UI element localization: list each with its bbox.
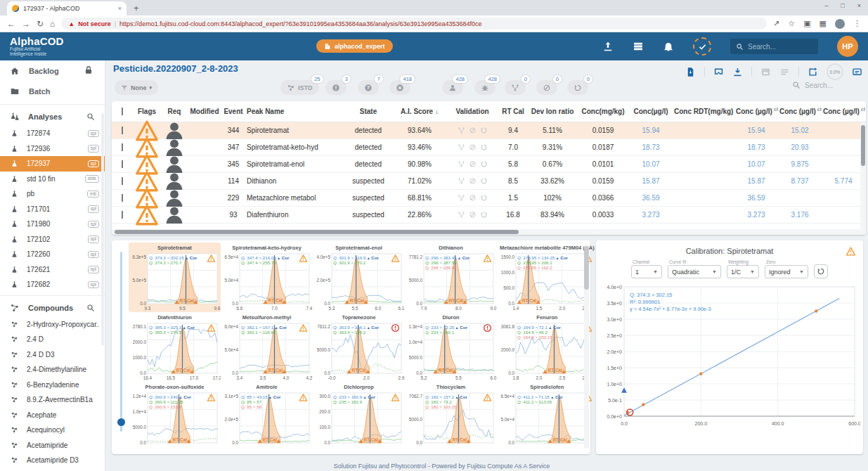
extension-icon[interactable]: ▣	[803, 19, 810, 28]
compound-item[interactable]: Acequinocyl	[0, 422, 105, 438]
window-minimize-button[interactable]: –	[824, 2, 828, 9]
reset-icon[interactable]	[480, 127, 488, 134]
global-search[interactable]	[730, 39, 818, 54]
validate-icon[interactable]	[458, 211, 465, 219]
filter-chip-istd[interactable]: ISTD25	[280, 80, 319, 95]
back-icon[interactable]: ←	[7, 19, 15, 29]
validation-check-button[interactable]	[693, 37, 711, 56]
row-checkbox[interactable]	[122, 160, 123, 168]
tab-close-icon[interactable]: ×	[118, 5, 122, 12]
sidebar-scrollbar[interactable]	[101, 113, 104, 345]
chromatogram-plot[interactable]: RT CalQ: 411.2 > 71.15 ▲ CorQ: 411.2 > 3…	[497, 391, 589, 451]
analyses-search-icon[interactable]	[86, 112, 95, 121]
analysis-item-172874[interactable]: 172874spl	[0, 126, 105, 141]
chromatogram-scrollbar[interactable]	[584, 245, 589, 449]
reset-icon[interactable]	[480, 143, 488, 151]
filter-none-dropdown[interactable]: None ▾	[115, 80, 158, 95]
analysis-item-171701[interactable]: 171701spl	[0, 202, 105, 217]
open-window-icon[interactable]	[713, 67, 724, 77]
download-icon[interactable]	[732, 67, 743, 77]
table-row[interactable]: 93Diafenthiuronsuspected22.86%16.883.94%…	[112, 207, 866, 224]
ignore-icon[interactable]	[469, 143, 477, 151]
weighting-select[interactable]: 1/C▼	[727, 265, 759, 278]
chromatogram-panel[interactable]: Spirotetramat-enolRT CalQ: 301.9 > 216.9…	[313, 243, 405, 312]
column-header-ai_score[interactable]: A.I. Score ↓	[393, 108, 446, 115]
chromatogram-panel[interactable]: SpirotetramatRT CalQ: 374.3 > 302.15 ▲ C…	[129, 243, 221, 312]
ignore-icon[interactable]	[469, 194, 477, 202]
ignore-icon[interactable]	[469, 160, 477, 168]
sidebar-item-batch[interactable]: Batch	[0, 81, 105, 101]
chromatogram-panel[interactable]: Metazachlore metabolite 479M04 (OA)RT Ca…	[497, 243, 597, 312]
curvefit-select[interactable]: Quadratic▼	[668, 265, 721, 278]
filter-chip-history[interactable]: 0	[567, 80, 588, 95]
display-layout-icon[interactable]	[852, 67, 862, 77]
table-search-input[interactable]	[805, 82, 857, 89]
validate-icon[interactable]	[458, 177, 465, 185]
chromatogram-panel[interactable]: Phorate-oxon-sulfoxideRT CalQ: 260.9 > 2…	[129, 382, 221, 451]
analysis-item-172682[interactable]: 172682spl	[0, 277, 105, 292]
table-vertical-scrollbar[interactable]	[860, 122, 866, 229]
panel-size-slider[interactable]	[120, 252, 122, 432]
slider-thumb[interactable]	[117, 418, 125, 426]
user-avatar[interactable]: HP	[837, 36, 858, 57]
window-maximize-button[interactable]: □	[841, 2, 844, 9]
reload-icon[interactable]: ↻	[37, 19, 44, 29]
upload-icon[interactable]	[602, 41, 614, 52]
compound-item[interactable]: 2-Hydroxy-Propoxycar...	[0, 317, 105, 333]
compound-item[interactable]: Acetamipride	[0, 438, 105, 453]
compound-item[interactable]: Acetamipride D3	[0, 453, 105, 468]
filter-chip-ignored[interactable]: 0	[536, 80, 557, 95]
share-icon[interactable]: ↗	[773, 19, 779, 28]
compound-item[interactable]: 8.9.Z-AvermectinB1a	[0, 392, 105, 408]
window-close-button[interactable]: ×	[857, 2, 861, 9]
compound-item[interactable]: 2.4 D D3	[0, 347, 105, 363]
add-chart-icon[interactable]	[808, 67, 818, 77]
chromatogram-panel[interactable]: DiuronRT CalQ: 233 > 72.25 ▲ CorQ: 233 >…	[405, 312, 497, 382]
ignore-icon[interactable]	[469, 211, 477, 219]
analysis-item-std-10-fin[interactable]: std 10 finstde	[0, 172, 105, 187]
table-row[interactable]: 347Spirotetramat-keto-hyddetected93.46%7…	[112, 139, 866, 156]
analysis-item-pb[interactable]: pbmb	[0, 186, 105, 202]
calibration-chart[interactable]: 4.0e+03.5e+03.0e+02.5e+02.0e+01.5e+01.0e…	[596, 283, 863, 427]
row-checkbox[interactable]	[122, 194, 123, 202]
zero-select[interactable]: Ignored▼	[765, 265, 808, 278]
global-search-input[interactable]	[748, 43, 808, 51]
sidebar-item-backlog[interactable]: Backlog	[0, 60, 105, 81]
ignore-icon[interactable]	[469, 127, 477, 134]
home-icon[interactable]: ⌂	[50, 19, 55, 29]
forward-icon[interactable]: →	[22, 19, 30, 29]
validate-icon[interactable]	[458, 127, 465, 134]
table-row[interactable]: 344Spirotetramatdetected93.64%9.45.11%0.…	[112, 122, 866, 139]
filter-chip-error[interactable]: 3	[325, 80, 346, 95]
filter-chip-question[interactable]: ?7	[358, 80, 379, 95]
analysis-item-172102[interactable]: 172102spl	[0, 232, 105, 247]
browser-menu-icon[interactable]: ⋮	[853, 19, 861, 28]
table-search[interactable]	[792, 81, 862, 89]
compounds-search-icon[interactable]	[86, 304, 95, 312]
filter-chip-validation[interactable]: 0	[505, 80, 526, 95]
compound-item[interactable]: Acephate	[0, 408, 105, 423]
row-checkbox[interactable]	[122, 177, 123, 185]
report-file-icon[interactable]	[685, 67, 696, 77]
chromatogram-panel[interactable]: ThiocyclamRT CalQ: 182 > 137.2 ▲ CorQ: 1…	[405, 382, 497, 451]
chromatogram-panel[interactable]: DiafenthiuronRT CalQ: 385.3 > 329.3 ▲ Co…	[129, 312, 221, 382]
row-checkbox[interactable]	[122, 127, 123, 134]
chromatogram-panel[interactable]: DichlorpropRT CalQ: 233 > 160.9 ▲ CorQ: …	[313, 382, 405, 451]
chromatogram-panel[interactable]: Spirotetramat-keto-hydroxyRT CalQ: 347.4…	[221, 243, 313, 312]
chromatogram-panel[interactable]: SpirodiclofenRT CalQ: 411.2 > 71.15 ▲ Co…	[497, 382, 597, 451]
reset-icon[interactable]	[480, 211, 488, 219]
analysis-item-172621[interactable]: 172621spl	[0, 262, 105, 278]
validate-icon[interactable]	[458, 194, 465, 202]
filter-chip-user[interactable]: 428	[442, 80, 463, 95]
channel-select[interactable]: 1▼	[631, 265, 662, 278]
calibration-history-button[interactable]	[814, 264, 828, 278]
compound-item[interactable]: 2.4-Dimethylaniline	[0, 362, 105, 378]
address-bar[interactable]: ▲ Not secure | https://demo1.fujitsu.cod…	[61, 18, 767, 30]
table-row[interactable]: 229Metazachlore metabolsuspected68.81%1.…	[112, 190, 866, 207]
row-checkbox[interactable]	[122, 211, 123, 219]
chromatogram-panel[interactable]: Metsulfuron-methylRT CalQ: 382.1 > 167.1…	[221, 312, 313, 382]
browser-tab[interactable]: 172937 - AlphaCOD ×	[7, 1, 127, 15]
ignore-icon[interactable]	[469, 177, 477, 185]
chromatogram-panel[interactable]: AmitroleRT CalQ: 85 > 43.15 ▲ CorQ: 85 >…	[221, 382, 313, 451]
select-all-checkbox[interactable]	[122, 108, 123, 115]
